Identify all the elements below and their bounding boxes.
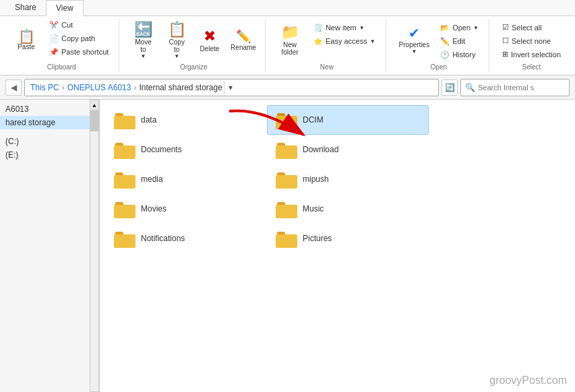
folder-mipush[interactable]: mipush	[267, 164, 429, 194]
clipboard-group: 📋 Paste ✂️ Cut 📄 Copy path 📌 Paste short…	[4, 19, 119, 72]
new-folder-button[interactable]: 📁 New folder	[274, 19, 306, 61]
select-group: ☑ Select all ☐ Select none ⊞ Invert sele…	[492, 19, 571, 72]
properties-icon: ✔	[408, 25, 420, 41]
folder-icon-movies	[114, 199, 135, 218]
search-input[interactable]	[478, 84, 559, 92]
sidebar-item-e[interactable]: (E:)	[0, 148, 90, 162]
select-none-button[interactable]: ☐ Select none	[497, 35, 555, 47]
cut-icon: ✂️	[49, 21, 59, 30]
paste-shortcut-icon: 📌	[49, 48, 59, 57]
folder-icon-pictures	[276, 229, 297, 248]
open-button[interactable]: 📂 Open ▼	[435, 22, 483, 34]
properties-label: Properties	[399, 41, 430, 48]
path-device[interactable]: ONEPLUS A6013	[67, 83, 131, 92]
rename-button[interactable]: ✏️ Rename	[227, 19, 260, 61]
select-all-label: Select all	[512, 24, 542, 32]
folder-media-label: media	[141, 174, 163, 184]
folder-media[interactable]: media	[105, 164, 267, 194]
select-all-button[interactable]: ☑ Select all	[497, 22, 547, 34]
cut-button[interactable]: ✂️ Cut	[44, 19, 113, 31]
new-folder-icon: 📁	[281, 24, 299, 41]
select-all-icon: ☑	[502, 23, 509, 32]
open-icon: 📂	[440, 24, 450, 32]
folder-music[interactable]: Music	[267, 194, 429, 224]
copy-to-label: Copy to	[167, 38, 187, 53]
path-this-pc[interactable]: This PC	[30, 83, 59, 92]
paste-shortcut-button[interactable]: 📌 Paste shortcut	[44, 46, 113, 58]
easy-access-icon: ⭐	[313, 37, 323, 46]
delete-label: Delete	[200, 45, 219, 53]
history-icon: 🕐	[440, 51, 450, 59]
main-area: ▲ A6013 hared storage (C:) (E:) data DCI…	[0, 100, 575, 392]
folder-documents[interactable]: Documents	[105, 135, 267, 164]
path-current: Internal shared storage	[139, 83, 222, 92]
folder-data-label: data	[141, 115, 156, 125]
new-group-label: New	[268, 63, 385, 71]
rename-icon: ✏️	[236, 29, 251, 44]
folder-icon-media	[114, 170, 135, 189]
sidebar-item-c[interactable]: (C:)	[0, 135, 90, 148]
sidebar-scrollbar[interactable]: ▲	[90, 100, 99, 392]
scroll-thumb[interactable]	[90, 111, 100, 131]
folder-dcim-label: DCIM	[303, 115, 324, 125]
folder-documents-label: Documents	[141, 145, 182, 154]
tab-share[interactable]: Share	[5, 0, 46, 15]
history-button[interactable]: 🕐 History	[435, 48, 483, 61]
easy-access-arrow: ▼	[370, 38, 375, 44]
back-button[interactable]: ◀	[5, 79, 22, 96]
folder-icon-data	[114, 110, 135, 129]
move-to-arrow: ▼	[141, 53, 146, 59]
properties-button[interactable]: ✔ Properties ▼	[394, 19, 435, 61]
properties-arrow: ▼	[411, 48, 417, 55]
ribbon-tabs: Share View	[0, 0, 575, 16]
move-to-button[interactable]: 🔙 Move to ▼	[127, 19, 158, 61]
paste-button[interactable]: 📋 Paste	[9, 19, 43, 61]
address-bar: ◀ This PC › ONEPLUS A6013 › Internal sha…	[0, 75, 575, 100]
clipboard-group-label: Clipboard	[4, 63, 119, 71]
easy-access-button[interactable]: ⭐ Easy access ▼	[309, 35, 380, 47]
folder-movies-label: Movies	[141, 204, 167, 214]
address-dropdown[interactable]: ▾	[224, 81, 237, 94]
new-item-label: New item	[326, 24, 357, 32]
edit-button[interactable]: ✏️ Edit	[435, 35, 483, 47]
folder-data[interactable]: data	[105, 105, 267, 135]
search-icon: 🔍	[465, 83, 475, 92]
folder-icon-download	[276, 140, 297, 159]
select-none-icon: ☐	[502, 36, 509, 45]
invert-selection-label: Invert selection	[511, 51, 561, 59]
tab-view[interactable]: View	[46, 0, 84, 16]
edit-label: Edit	[452, 37, 465, 45]
folder-icon-mipush	[276, 170, 297, 189]
invert-selection-icon: ⊞	[502, 50, 508, 59]
paste-icon: 📋	[18, 30, 35, 43]
folder-download[interactable]: Download	[267, 135, 429, 164]
folder-icon-dcim	[276, 110, 297, 129]
delete-button[interactable]: ✖ Delete	[195, 19, 224, 61]
invert-selection-button[interactable]: ⊞ Invert selection	[497, 48, 566, 61]
refresh-button[interactable]: 🔄	[442, 79, 458, 96]
folder-pictures[interactable]: Pictures	[267, 224, 429, 253]
file-area: data DCIM Documents Download media	[100, 100, 575, 392]
sidebar-item-shared-storage[interactable]: hared storage	[0, 116, 90, 129]
scroll-up-button[interactable]: ▲	[90, 100, 99, 110]
copy-to-arrow: ▼	[174, 53, 179, 59]
folder-dcim[interactable]: DCIM	[267, 105, 429, 135]
folder-notifications-label: Notifications	[141, 234, 185, 243]
folder-mipush-label: mipush	[303, 174, 329, 184]
folder-notifications[interactable]: Notifications	[105, 224, 267, 253]
folder-pictures-label: Pictures	[303, 234, 332, 243]
open-group-label: Open	[389, 63, 489, 71]
sidebar-item-a6013[interactable]: A6013	[0, 102, 90, 116]
paste-shortcut-label: Paste shortcut	[61, 48, 109, 56]
delete-icon: ✖	[204, 28, 216, 45]
sidebar: ▲ A6013 hared storage (C:) (E:)	[0, 100, 100, 392]
copy-to-button[interactable]: 📋 Copy to ▼	[162, 19, 192, 61]
address-path[interactable]: This PC › ONEPLUS A6013 › Internal share…	[24, 79, 439, 96]
move-to-label: Move to	[132, 38, 154, 53]
copy-path-button[interactable]: 📄 Copy path	[44, 32, 113, 44]
new-item-button[interactable]: 🗒️ New item ▼	[309, 22, 380, 34]
search-box[interactable]: 🔍	[460, 79, 570, 96]
select-group-label: Select	[492, 63, 571, 71]
folder-movies[interactable]: Movies	[105, 194, 267, 224]
history-label: History	[452, 51, 475, 59]
